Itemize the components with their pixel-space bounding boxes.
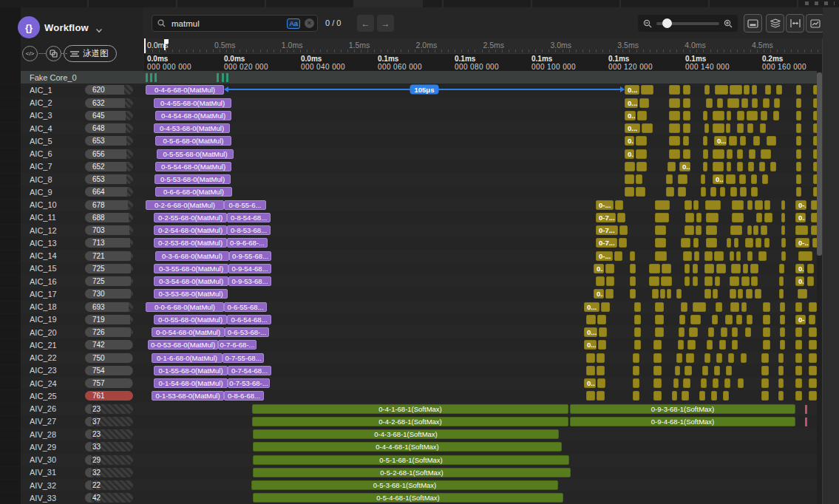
matmul-task-bar[interactable]: 0-6-55-68... <box>224 302 267 312</box>
kernel-block-bar[interactable] <box>630 264 636 273</box>
kernel-block-bar[interactable] <box>617 213 625 222</box>
kernel-block-bar[interactable] <box>673 378 679 388</box>
kernel-block-bar[interactable] <box>780 315 785 324</box>
kernel-block-bar[interactable] <box>751 174 757 184</box>
kernel-block-bar[interactable] <box>713 111 724 120</box>
kernel-block-bar[interactable] <box>636 187 645 197</box>
kernel-block-bar[interactable] <box>758 251 767 261</box>
kernel-block-bar[interactable]: 0-7... <box>596 238 617 248</box>
kernel-block-bar[interactable] <box>751 187 758 197</box>
kernel-block-bar[interactable] <box>809 327 817 337</box>
kernel-block-bar[interactable] <box>713 378 719 388</box>
kernel-block-bar[interactable] <box>716 353 722 363</box>
kernel-block-bar[interactable] <box>652 289 659 299</box>
kernel-block-bar[interactable] <box>687 340 696 350</box>
row-label-cell[interactable]: Fake Core_0 <box>21 71 143 84</box>
kernel-block-bar[interactable] <box>761 391 769 401</box>
kernel-block-bar[interactable] <box>730 251 734 261</box>
kernel-block-bar[interactable] <box>740 136 746 146</box>
kernel-block-bar[interactable]: 0... <box>594 289 604 299</box>
kernel-block-bar[interactable] <box>809 302 817 312</box>
kernel-block-bar[interactable] <box>752 98 758 108</box>
kernel-block-bar[interactable] <box>796 136 801 146</box>
kernel-block-bar[interactable] <box>796 123 801 133</box>
kernel-block-bar[interactable] <box>796 85 801 95</box>
kernel-block-bar[interactable] <box>762 174 768 184</box>
kernel-block-bar[interactable] <box>726 123 730 133</box>
kernel-block-bar[interactable] <box>761 225 767 235</box>
kernel-block-bar[interactable] <box>662 264 671 273</box>
fit-width-button[interactable] <box>786 14 804 33</box>
kernel-block-bar[interactable] <box>597 315 606 324</box>
minimap-button[interactable] <box>744 14 762 33</box>
kernel-block-bar[interactable] <box>712 315 718 324</box>
kernel-block-bar[interactable] <box>666 174 673 184</box>
search-box[interactable]: Aa × <box>152 15 318 32</box>
kernel-block-bar[interactable] <box>614 251 622 261</box>
kernel-block-bar[interactable] <box>701 187 706 197</box>
kernel-block-bar[interactable] <box>605 264 614 273</box>
kernel-block-bar[interactable] <box>704 251 713 261</box>
kernel-block-bar[interactable]: 0... <box>584 378 596 388</box>
kernel-block-bar[interactable] <box>741 276 750 286</box>
kernel-block-bar[interactable] <box>761 353 769 363</box>
kernel-block-bar[interactable] <box>605 289 614 299</box>
kernel-block-bar[interactable] <box>736 251 741 261</box>
kernel-block-bar[interactable] <box>683 149 690 159</box>
kernel-block-bar[interactable] <box>741 302 747 312</box>
matmul-task-bar[interactable]: 0-1-54-68-0(MatMul) <box>154 378 228 388</box>
kernel-block-bar[interactable] <box>655 225 666 235</box>
kernel-block-bar[interactable] <box>711 391 717 401</box>
kernel-block-bar[interactable] <box>685 213 694 222</box>
kernel-block-bar[interactable] <box>779 289 784 299</box>
kernel-block-bar[interactable] <box>726 174 736 184</box>
view-range-handle[interactable] <box>144 38 146 53</box>
matmul-task-bar[interactable]: 0-8-54-68... <box>227 213 271 222</box>
kernel-block-bar[interactable] <box>745 327 751 337</box>
kernel-block-bar[interactable] <box>667 289 671 299</box>
kernel-block-bar[interactable] <box>730 289 736 299</box>
kernel-block-bar[interactable] <box>669 98 680 108</box>
kernel-block-bar[interactable] <box>676 353 682 363</box>
kernel-block-bar[interactable] <box>759 162 765 171</box>
matmul-task-bar[interactable]: 0-2-55-68-0(MatMul) <box>154 213 227 222</box>
kernel-block-bar[interactable] <box>749 149 755 159</box>
kernel-block-bar[interactable] <box>756 213 762 222</box>
kernel-block-bar[interactable] <box>744 85 750 95</box>
kernel-block-bar[interactable] <box>683 98 690 108</box>
zoom-out-icon[interactable] <box>643 19 652 28</box>
kernel-block-bar[interactable] <box>703 162 707 171</box>
kernel-block-bar[interactable] <box>732 213 744 222</box>
kernel-block-bar[interactable] <box>765 85 771 95</box>
kernel-block-bar[interactable] <box>727 111 731 120</box>
kernel-block-bar[interactable] <box>708 327 714 337</box>
kernel-block-bar[interactable] <box>707 340 713 350</box>
chart-button[interactable] <box>806 14 824 33</box>
kernel-block-bar[interactable] <box>739 174 746 184</box>
kernel-block-bar[interactable] <box>727 98 739 108</box>
kernel-block-bar[interactable] <box>796 187 801 197</box>
kernel-block-bar[interactable] <box>798 289 807 299</box>
kernel-block-bar[interactable] <box>755 200 763 210</box>
kernel-block-bar[interactable]: 0... <box>625 85 639 95</box>
kernel-block-bar[interactable] <box>661 276 672 286</box>
kernel-block-bar[interactable]: 0... <box>594 264 604 273</box>
kernel-block-bar[interactable] <box>586 315 596 324</box>
kernel-block-bar[interactable] <box>719 340 726 350</box>
kernel-block-bar[interactable] <box>655 238 666 248</box>
kernel-block-bar[interactable]: 0-... <box>795 238 809 248</box>
kernel-block-bar[interactable] <box>639 98 649 108</box>
kernel-block-bar[interactable] <box>678 340 684 350</box>
kernel-block-bar[interactable] <box>683 136 689 146</box>
kernel-block-bar[interactable] <box>779 276 784 286</box>
kernel-block-bar[interactable] <box>634 340 641 350</box>
matmul-task-bar[interactable]: 0-0-6-68-0(MatMul) <box>146 302 224 312</box>
active-browser-tab[interactable] <box>355 0 423 7</box>
kernel-block-bar[interactable] <box>807 276 814 286</box>
matmul-task-bar[interactable]: 0-2-54-68-0(MatMul) <box>154 225 227 235</box>
kernel-block-bar[interactable] <box>636 174 642 184</box>
zoom-slider[interactable] <box>656 22 719 25</box>
kernel-block-bar[interactable] <box>778 366 784 375</box>
kernel-block-bar[interactable] <box>809 378 817 388</box>
kernel-block-bar[interactable] <box>736 315 742 324</box>
